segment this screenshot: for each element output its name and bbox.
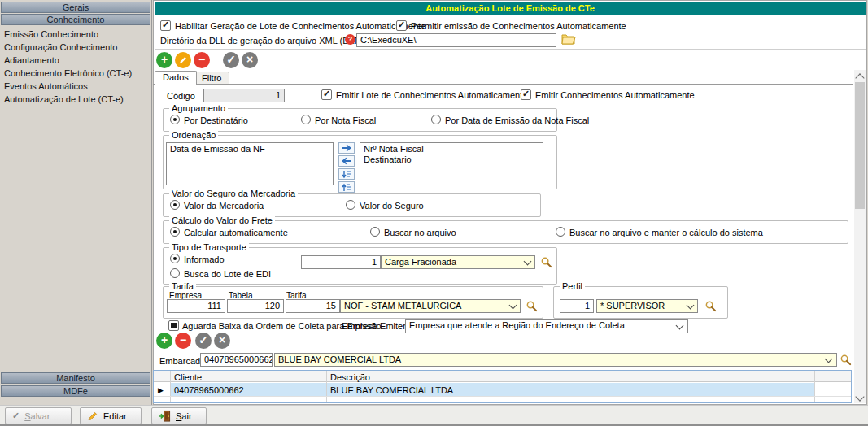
permitir-emissao-label: Permitir emissão de Conhecimentos Automa… bbox=[411, 21, 626, 32]
ordenacao-available-list[interactable]: Data de Emissão da NF bbox=[166, 142, 334, 185]
arrow-right-icon bbox=[341, 144, 352, 152]
embarcador-value: BLUE BAY COMERCIAL LTDA bbox=[278, 354, 401, 364]
check-icon: ✓ bbox=[522, 89, 530, 99]
tarifa-search-icon[interactable] bbox=[526, 300, 539, 313]
habilitar-geracao-checkbox[interactable]: ✓ bbox=[160, 20, 171, 31]
radio-buscar-arquivo-manter-label: Buscar no arquivo e manter o cálculo do … bbox=[569, 228, 763, 238]
tipo-transporte-combo[interactable]: Carga Fracionada bbox=[381, 255, 535, 269]
embarcador-delete-button[interactable]: − bbox=[175, 333, 191, 349]
tarifa-combo[interactable]: NOF - STAM METALURGICA bbox=[340, 299, 521, 313]
embarcador-confirm-button[interactable]: ✓ bbox=[195, 333, 212, 349]
cell-descricao[interactable]: BLUE BAY COMERCIAL LTDA bbox=[330, 385, 453, 396]
editar-label: Editar bbox=[103, 411, 127, 421]
table-row[interactable] bbox=[170, 383, 814, 396]
help-icon[interactable]: ? bbox=[345, 34, 355, 45]
radio-buscar-arquivo-manter[interactable] bbox=[556, 227, 565, 237]
chevron-down-icon bbox=[676, 322, 684, 330]
editar-button[interactable]: Editar bbox=[80, 407, 142, 424]
separator bbox=[155, 49, 866, 50]
radio-informado-label: Informado bbox=[184, 254, 225, 265]
add-button[interactable]: + bbox=[156, 52, 172, 68]
scrollbar-thumb[interactable] bbox=[855, 82, 865, 209]
radio-buscar-arquivo[interactable] bbox=[370, 227, 380, 237]
radio-buscar-arquivo-label: Buscar no arquivo bbox=[384, 228, 456, 238]
sort-up-button[interactable] bbox=[338, 181, 355, 193]
sidebar-section-conhecimento[interactable]: Conhecimento bbox=[1, 14, 150, 25]
radio-por-data-emissao[interactable] bbox=[431, 115, 441, 124]
emitir-lote-label: Emitir Lote de Conhecimentos Automaticam… bbox=[336, 90, 527, 101]
agrupamento-legend: Agrupamento bbox=[169, 103, 228, 113]
radio-por-data-emissao-label: Por Data de Emissão da Nota Fiscal bbox=[445, 115, 589, 126]
sidebar-item-conhecimento-eletronico[interactable]: Conhecimento Eletrônico (CT-e) bbox=[4, 68, 132, 78]
emitir-lote-checkbox[interactable]: ✓ bbox=[321, 89, 332, 100]
radio-por-nota-fiscal[interactable] bbox=[301, 115, 311, 124]
sidebar-item-adiantamento[interactable]: Adiantamento bbox=[4, 55, 59, 65]
tab-dados[interactable]: Dados bbox=[155, 71, 197, 85]
chevron-down-icon bbox=[687, 302, 695, 310]
embarcador-add-button[interactable]: + bbox=[156, 333, 172, 349]
column-header-cliente[interactable]: Cliente bbox=[174, 372, 202, 383]
radio-busca-lote-edi-label: Busca do Lote de EDI bbox=[184, 269, 271, 280]
aguarda-baixa-checkbox[interactable] bbox=[168, 320, 179, 331]
list-item[interactable]: Destinatario bbox=[360, 154, 543, 165]
check-icon: ✓ bbox=[323, 89, 330, 99]
embarcador-code-input[interactable]: 04078965000662 bbox=[200, 353, 273, 367]
list-item[interactable]: Data de Emissão da NF bbox=[167, 144, 333, 154]
sort-descending-icon bbox=[342, 170, 351, 179]
radio-por-destinatario[interactable] bbox=[170, 115, 180, 124]
sidebar-item-automatizacao-lote[interactable]: Automatização de Lote (CT-e) bbox=[4, 94, 124, 104]
sidebar-item-eventos-automaticos[interactable]: Eventos Automáticos bbox=[4, 81, 88, 91]
sair-button[interactable]: Sair bbox=[151, 407, 207, 424]
permitir-emissao-checkbox[interactable]: ✓ bbox=[396, 20, 407, 31]
codigo-input[interactable]: 1 bbox=[203, 89, 285, 102]
move-right-button[interactable] bbox=[338, 142, 355, 154]
delete-button[interactable]: − bbox=[194, 52, 210, 68]
check-icon: ✓ bbox=[398, 20, 405, 30]
perfil-value: * SUPERVISOR bbox=[600, 301, 665, 311]
list-item[interactable]: Nrº Nota Fiscal bbox=[360, 144, 543, 154]
tarifa-tarifa-input[interactable]: 15 bbox=[286, 299, 340, 313]
tarifa-tabela-input[interactable]: 120 bbox=[227, 299, 284, 313]
embarcador-combo[interactable]: BLUE BAY COMERCIAL LTDA bbox=[274, 353, 837, 367]
dll-directory-input[interactable]: C:\ExedcuXE\ bbox=[356, 33, 556, 47]
radio-busca-lote-edi[interactable] bbox=[170, 268, 180, 278]
radio-por-destinatario-label: Por Destinatário bbox=[184, 115, 248, 126]
sair-label: Sair bbox=[176, 411, 192, 421]
tarifa-empresa-input[interactable]: 111 bbox=[167, 299, 225, 313]
clientes-grid: Cliente Descrição ▶ 04078965000662 BLUE … bbox=[153, 370, 852, 403]
tipo-transporte-code-input[interactable]: 1 bbox=[301, 255, 381, 269]
radio-informado[interactable] bbox=[170, 254, 180, 263]
salvar-button[interactable]: ✓ Salvar bbox=[5, 407, 72, 424]
move-left-button[interactable] bbox=[338, 155, 355, 167]
save-check-icon: ✓ bbox=[12, 411, 20, 421]
empresa-emitente-combo[interactable]: Empresa que atende a Região do Endereço … bbox=[405, 319, 688, 333]
tipo-transporte-search-icon[interactable] bbox=[540, 256, 553, 269]
emitir-conhecimentos-checkbox[interactable]: ✓ bbox=[521, 89, 531, 100]
radio-calcular-automaticamente[interactable] bbox=[170, 227, 180, 237]
sort-down-button[interactable] bbox=[338, 168, 355, 180]
column-header-descricao[interactable]: Descrição bbox=[330, 372, 370, 383]
sidebar-item-emissao-conhecimento[interactable]: Emissão Conhecimento bbox=[4, 29, 98, 39]
edit-button[interactable] bbox=[175, 52, 191, 68]
sidebar-item-configuracao-conhecimento[interactable]: Configuração Conhecimento bbox=[4, 42, 117, 52]
cell-cliente[interactable]: 04078965000662 bbox=[174, 385, 244, 396]
embarcador-search-icon[interactable] bbox=[840, 354, 853, 367]
chevron-down-icon bbox=[509, 302, 517, 310]
sidebar-section-gerais[interactable]: Gerais bbox=[1, 2, 150, 13]
perfil-combo[interactable]: * SUPERVISOR bbox=[596, 299, 698, 313]
sidebar-section-mdfe[interactable]: MDFe bbox=[1, 385, 150, 397]
radio-valor-seguro[interactable] bbox=[346, 200, 355, 210]
exit-door-icon bbox=[159, 410, 171, 422]
perfil-search-icon[interactable] bbox=[704, 300, 718, 313]
grid-header bbox=[154, 371, 851, 382]
embarcador-cancel-button[interactable]: × bbox=[214, 333, 230, 349]
tab-divider bbox=[153, 84, 853, 85]
tab-filtro[interactable]: Filtro bbox=[194, 72, 229, 85]
folder-browse-icon[interactable] bbox=[561, 33, 576, 46]
perfil-code-input[interactable]: 1 bbox=[560, 299, 594, 313]
sidebar-section-manifesto[interactable]: Manifesto bbox=[1, 372, 150, 384]
radio-valor-mercadoria[interactable] bbox=[170, 200, 180, 210]
ordenacao-selected-list[interactable]: Nrº Nota Fiscal Destinatario bbox=[360, 142, 543, 185]
confirm-button[interactable]: ✓ bbox=[223, 52, 239, 68]
cancel-button[interactable]: × bbox=[242, 52, 258, 68]
